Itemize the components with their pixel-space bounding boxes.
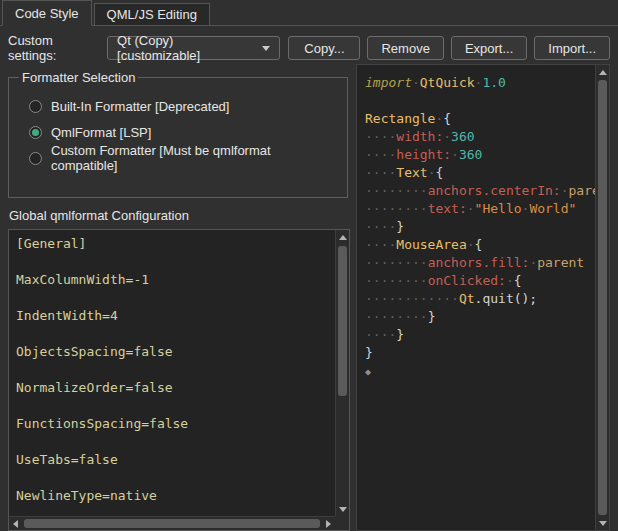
radio-label: Custom Formatter [Must be qmlformat comp… bbox=[51, 143, 337, 173]
config-hscrollbar[interactable] bbox=[9, 516, 335, 530]
scroll-left-arrow-icon[interactable] bbox=[9, 517, 22, 531]
custom-settings-row: Custom settings: Qt (Copy) [customizable… bbox=[8, 36, 610, 60]
code-preview-editor[interactable]: import·QtQuick·1.0 Rectangle·{····width:… bbox=[356, 64, 610, 531]
config-hscroll-thumb[interactable] bbox=[24, 519, 320, 528]
settings-button-group: Copy...RemoveExport...Import... bbox=[288, 36, 610, 60]
scroll-right-arrow-icon[interactable] bbox=[322, 517, 335, 531]
formatter-radio-list: Built-In Formatter [Deprecated]QmlFormat… bbox=[19, 97, 337, 167]
custom-settings-combobox[interactable]: Qt (Copy) [customizable] bbox=[107, 36, 280, 60]
scroll-up-arrow-icon[interactable] bbox=[596, 65, 609, 79]
radio-qmlformat-lsp[interactable]: QmlFormat [LSP] bbox=[29, 123, 337, 141]
scrollbar-corner bbox=[335, 516, 349, 530]
radio-label: QmlFormat [LSP] bbox=[51, 125, 151, 140]
preview-vscrollbar[interactable] bbox=[595, 65, 609, 530]
global-config-editor[interactable]: [General] MaxColumnWidth=-1 IndentWidth=… bbox=[8, 229, 350, 531]
tab-code-style-label: Code Style bbox=[15, 6, 79, 21]
radio-indicator[interactable] bbox=[29, 100, 42, 113]
custom-settings-label: Custom settings: bbox=[8, 33, 99, 63]
config-vscroll-thumb[interactable] bbox=[338, 246, 347, 396]
config-vscrollbar[interactable] bbox=[335, 230, 349, 516]
code-preview-text[interactable]: import·QtQuick·1.0 Rectangle·{····width:… bbox=[365, 74, 595, 530]
scroll-up-arrow-icon[interactable] bbox=[336, 230, 349, 244]
formatter-selection-group: Formatter Selection Built-In Formatter [… bbox=[8, 70, 348, 198]
tab-bar: Code Style QML/JS Editing bbox=[0, 0, 618, 26]
import-button[interactable]: Import... bbox=[534, 36, 610, 60]
scroll-down-arrow-icon[interactable] bbox=[596, 516, 609, 530]
preview-vscroll-thumb[interactable] bbox=[598, 80, 607, 515]
global-config-label: Global qmlformat Configuration bbox=[9, 208, 189, 223]
config-text[interactable]: [General] MaxColumnWidth=-1 IndentWidth=… bbox=[16, 235, 188, 505]
chevron-down-icon bbox=[262, 46, 270, 51]
tab-qmljs-editing[interactable]: QML/JS Editing bbox=[94, 3, 210, 25]
radio-built-in-formatter[interactable]: Built-In Formatter [Deprecated] bbox=[29, 97, 337, 115]
scroll-down-arrow-icon[interactable] bbox=[336, 502, 349, 516]
export-button[interactable]: Export... bbox=[451, 36, 527, 60]
radio-indicator[interactable] bbox=[29, 152, 42, 165]
tab-code-style[interactable]: Code Style bbox=[2, 0, 92, 26]
copy-button[interactable]: Copy... bbox=[288, 36, 360, 60]
radio-indicator[interactable] bbox=[29, 126, 42, 139]
tab-qmljs-editing-label: QML/JS Editing bbox=[107, 7, 197, 22]
remove-button[interactable]: Remove bbox=[367, 36, 443, 60]
radio-label: Built-In Formatter [Deprecated] bbox=[51, 99, 229, 114]
formatter-selection-title: Formatter Selection bbox=[19, 70, 138, 85]
combo-value-text: Qt (Copy) [customizable] bbox=[117, 33, 250, 63]
radio-custom-formatter[interactable]: Custom Formatter [Must be qmlformat comp… bbox=[29, 149, 337, 167]
